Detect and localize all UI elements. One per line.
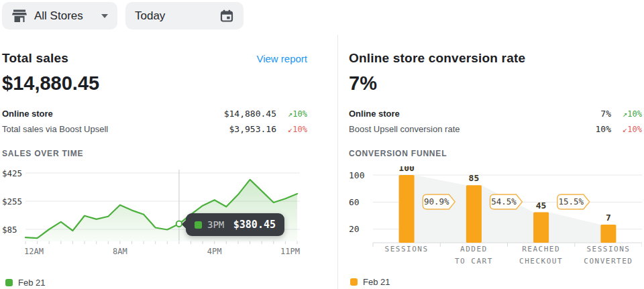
svg-text:7: 7 — [606, 213, 611, 223]
total-sales-card: Total sales View report $14,880.45 Onlin… — [2, 51, 307, 288]
conversion-rate-value: 7% — [349, 72, 642, 97]
store-selector-button[interactable]: All Stores — [2, 2, 117, 30]
metric-change-up: ↗10% — [611, 109, 642, 119]
conversion-rate-title: Online store conversion rate — [349, 51, 525, 66]
metric-value: 7% — [600, 109, 611, 119]
metric-change-down: ↙10% — [276, 125, 307, 134]
svg-text:REACHED: REACHED — [522, 245, 560, 253]
conversion-funnel-label: CONVERSION FUNNEL — [349, 149, 642, 158]
svg-text:100: 100 — [398, 166, 415, 173]
svg-text:8AM: 8AM — [113, 247, 127, 256]
legend-label: Feb 21 — [363, 277, 390, 287]
total-sales-value: $14,880.45 — [2, 72, 307, 97]
metric-label: Online store — [2, 109, 224, 119]
svg-text:15.5%: 15.5% — [558, 196, 584, 207]
metric-value: 10% — [596, 124, 611, 134]
storefront-icon — [11, 9, 28, 23]
svg-text:TO CART: TO CART — [455, 257, 493, 266]
svg-text:SESSIONS: SESSIONS — [586, 245, 630, 253]
svg-text:90.9%: 90.9% — [424, 196, 449, 207]
topbar: All Stores Today — [2, 2, 244, 30]
metric-label: Online store — [349, 109, 600, 119]
metric-row-online-store: Online store $14,880.45 ↗10% — [2, 106, 307, 121]
svg-text:SESSIONS: SESSIONS — [385, 245, 429, 253]
store-selector-label: All Stores — [34, 9, 83, 23]
calendar-icon — [219, 9, 234, 23]
svg-text:20: 20 — [349, 224, 360, 234]
metric-change-up: ↗10% — [276, 109, 307, 119]
metric-row-boost-upsell: Boost Upsell conversion rate 10% ↙10% — [349, 121, 642, 137]
conversion-funnel-chart[interactable]: 10060201008545790.9%54.5%15.5%SESSIONSAD… — [349, 166, 642, 268]
metric-change-down: ↙10% — [611, 125, 642, 134]
funnel-chart-legend: Feb 21 — [350, 277, 642, 287]
svg-text:$255: $255 — [2, 196, 22, 207]
legend-swatch-green — [5, 279, 13, 286]
conversion-metrics: Online store 7% ↗10% Boost Upsell conver… — [349, 106, 642, 137]
svg-text:100: 100 — [349, 170, 364, 180]
metric-row-online-store: Online store 7% ↗10% — [349, 106, 642, 121]
tooltip-value: $380.45 — [233, 219, 276, 231]
tooltip-series-swatch — [195, 221, 202, 229]
tooltip-time: 3PM — [207, 219, 224, 230]
sales-over-time-label: SALES OVER TIME — [2, 149, 307, 158]
chart-tooltip: 3PM $380.45 — [186, 213, 284, 236]
legend-label: Feb 21 — [18, 278, 45, 288]
svg-text:11PM: 11PM — [280, 247, 300, 256]
svg-text:45: 45 — [536, 200, 547, 211]
svg-text:CHECKOUT: CHECKOUT — [519, 257, 563, 266]
svg-text:$85: $85 — [2, 225, 17, 235]
conversion-card-header: Online store conversion rate — [349, 51, 642, 66]
date-selector-label: Today — [135, 9, 165, 23]
svg-text:12AM: 12AM — [24, 247, 44, 256]
metric-row-boost-upsell: Total sales via Boost Upsell $3,953.16 ↙… — [2, 121, 307, 137]
metric-label: Total sales via Boost Upsell — [2, 124, 229, 134]
svg-text:54.5%: 54.5% — [491, 196, 517, 207]
metric-value: $14,880.45 — [224, 109, 276, 119]
svg-text:4PM: 4PM — [207, 247, 222, 256]
chevron-down-icon — [101, 14, 108, 18]
metric-label: Boost Upsell conversion rate — [349, 124, 596, 134]
legend-swatch-orange — [350, 278, 358, 286]
svg-text:CONVERTED: CONVERTED — [584, 257, 633, 266]
conversion-rate-card: Online store conversion rate 7% Online s… — [349, 51, 642, 287]
sales-line-chart-svg: $425$255$8512AM8AM4PM11PM — [2, 166, 307, 257]
total-sales-card-header: Total sales View report — [2, 51, 307, 66]
total-sales-title: Total sales — [2, 51, 68, 66]
sales-chart-legend: Feb 21 — [5, 278, 307, 288]
date-selector-button[interactable]: Today — [125, 2, 244, 30]
total-sales-metrics: Online store $14,880.45 ↗10% Total sales… — [2, 106, 307, 137]
svg-text:85: 85 — [469, 173, 480, 183]
view-report-link[interactable]: View report — [256, 53, 307, 64]
conversion-funnel-svg: 10060201008545790.9%54.5%15.5%SESSIONSAD… — [349, 166, 642, 268]
panel-divider — [337, 35, 338, 289]
svg-text:$425: $425 — [2, 168, 22, 178]
sales-over-time-chart[interactable]: $425$255$8512AM8AM4PM11PM 3PM $380.45 — [2, 166, 307, 257]
svg-text:60: 60 — [349, 197, 360, 207]
metric-value: $3,953.16 — [229, 124, 276, 134]
svg-text:ADDED: ADDED — [460, 245, 488, 253]
